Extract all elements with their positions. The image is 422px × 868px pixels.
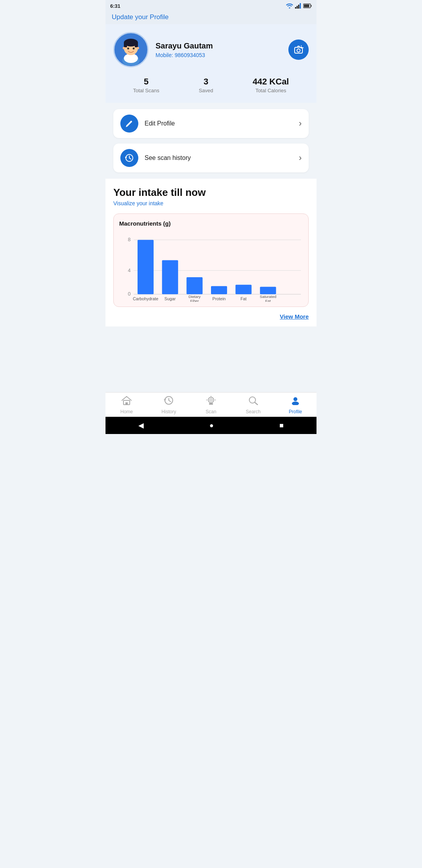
nav-profile[interactable]: Profile: [274, 396, 316, 414]
intake-subtitle-static: Visualize: [113, 200, 137, 206]
battery-icon: [303, 4, 312, 8]
svg-text:Fiber: Fiber: [190, 299, 199, 302]
intake-section: Your intake till now Visualize your inta…: [106, 179, 316, 326]
view-more-link[interactable]: View More: [280, 313, 309, 320]
header-bar: Update your Profile: [106, 12, 316, 24]
svg-rect-13: [135, 43, 138, 47]
search-nav-icon: [248, 396, 258, 407]
profile-info: Sarayu Gautam Mobile: 9860934053: [156, 41, 288, 58]
svg-text:Dietary: Dietary: [188, 294, 200, 299]
svg-rect-43: [209, 403, 213, 405]
scan-nav-icon: [206, 396, 216, 407]
stats-row: 5 Total Scans 3 Saved 442 KCal Total Cal…: [113, 77, 309, 93]
stat-saved-value: 3: [199, 77, 213, 87]
scan-history-label: See scan history: [145, 154, 299, 161]
bottom-nav: Home History Scan: [106, 392, 316, 417]
svg-point-19: [297, 49, 300, 52]
svg-text:Saturated: Saturated: [260, 294, 276, 299]
nav-profile-label: Profile: [289, 409, 302, 414]
svg-point-17: [137, 47, 139, 49]
svg-point-41: [208, 397, 214, 403]
nav-home[interactable]: Home: [106, 396, 148, 414]
scan-history-card[interactable]: See scan history ›: [113, 143, 309, 172]
svg-rect-2: [298, 5, 299, 9]
bar-saturated-fat: [260, 287, 276, 294]
nav-history-label: History: [161, 409, 176, 414]
svg-rect-6: [311, 5, 312, 7]
profile-top: Sarayu Gautam Mobile: 9860934053: [113, 32, 309, 67]
svg-text:8: 8: [128, 237, 131, 242]
status-time: 6:31: [110, 3, 120, 9]
edit-profile-card[interactable]: Edit Profile ›: [113, 109, 309, 138]
svg-rect-1: [297, 6, 298, 9]
add-photo-icon: [293, 45, 304, 55]
avatar-image: [115, 34, 147, 65]
signal-icon: [295, 3, 301, 9]
svg-rect-39: [125, 402, 128, 405]
bar-protein: [211, 286, 227, 294]
svg-point-46: [293, 397, 297, 401]
profile-name: Sarayu Gautam: [156, 41, 288, 50]
stat-saved-label: Saved: [199, 88, 213, 93]
stat-calories-value: 442 KCal: [253, 77, 289, 87]
android-home[interactable]: ●: [209, 421, 214, 430]
intake-title: Your intake till now: [113, 187, 309, 199]
status-bar: 6:31: [106, 0, 316, 12]
home-icon: [122, 396, 132, 407]
bar-carbohydrate: [138, 240, 154, 294]
stat-total-scans: 5 Total Scans: [133, 77, 159, 93]
nav-history[interactable]: History: [148, 396, 190, 414]
svg-rect-12: [124, 43, 127, 47]
stat-calories: 442 KCal Total Calories: [253, 77, 289, 93]
stat-saved: 3 Saved: [199, 77, 213, 93]
nav-scan[interactable]: Scan: [190, 396, 232, 414]
svg-text:0: 0: [128, 291, 131, 297]
edit-profile-label: Edit Profile: [145, 120, 299, 127]
svg-point-15: [133, 48, 135, 50]
bar-sugar: [162, 260, 178, 294]
intake-subtitle-link[interactable]: your intake: [137, 200, 163, 206]
svg-text:Fat: Fat: [265, 299, 271, 302]
intake-subtitle: Visualize your intake: [113, 200, 309, 206]
view-more[interactable]: View More: [113, 312, 309, 326]
svg-text:Fat: Fat: [240, 296, 247, 301]
nav-home-label: Home: [120, 409, 133, 414]
profile-nav-icon: [290, 396, 300, 407]
pencil-icon: [125, 119, 134, 128]
history-icon: [125, 154, 134, 162]
macronutrients-chart: 8 4 0 Carbohydrate Sugar Dietary Fiber: [119, 231, 303, 302]
stat-calories-label: Total Calories: [253, 88, 289, 93]
status-icons: [286, 3, 312, 9]
android-back[interactable]: ◀: [138, 421, 144, 430]
avatar: [113, 32, 148, 67]
chart-card: Macronutrients (g) 8 4 0 Carbohydrate: [113, 213, 309, 307]
svg-rect-0: [295, 7, 296, 9]
svg-line-45: [255, 402, 257, 405]
svg-rect-3: [300, 3, 301, 9]
android-recent[interactable]: ■: [279, 421, 284, 430]
edit-profile-icon-circle: [120, 115, 138, 133]
action-cards: Edit Profile › See scan history ›: [106, 103, 316, 179]
svg-point-20: [300, 47, 302, 48]
scan-history-icon-circle: [120, 149, 138, 167]
bar-fat: [236, 285, 252, 294]
header-title: Update your Profile: [112, 13, 169, 21]
profile-section: Sarayu Gautam Mobile: 9860934053 5 Total…: [106, 24, 316, 103]
nav-search-label: Search: [246, 409, 261, 414]
history-nav-icon: [164, 396, 174, 407]
nav-search[interactable]: Search: [232, 396, 274, 414]
svg-point-47: [292, 402, 299, 405]
scan-history-chevron: ›: [299, 153, 302, 163]
bar-dietary-fiber: [186, 277, 202, 294]
svg-text:Sugar: Sugar: [165, 296, 176, 301]
nav-scan-label: Scan: [206, 409, 216, 414]
wifi-icon: [286, 3, 293, 9]
svg-text:Protein: Protein: [213, 296, 226, 301]
stat-total-scans-label: Total Scans: [133, 88, 159, 93]
chart-area: 8 4 0 Carbohydrate Sugar Dietary Fiber: [119, 231, 303, 302]
mobile-label: Mobile:: [156, 52, 173, 58]
svg-point-42: [210, 399, 212, 401]
svg-point-16: [123, 47, 125, 49]
stat-total-scans-value: 5: [133, 77, 159, 87]
add-photo-button[interactable]: [288, 39, 309, 60]
